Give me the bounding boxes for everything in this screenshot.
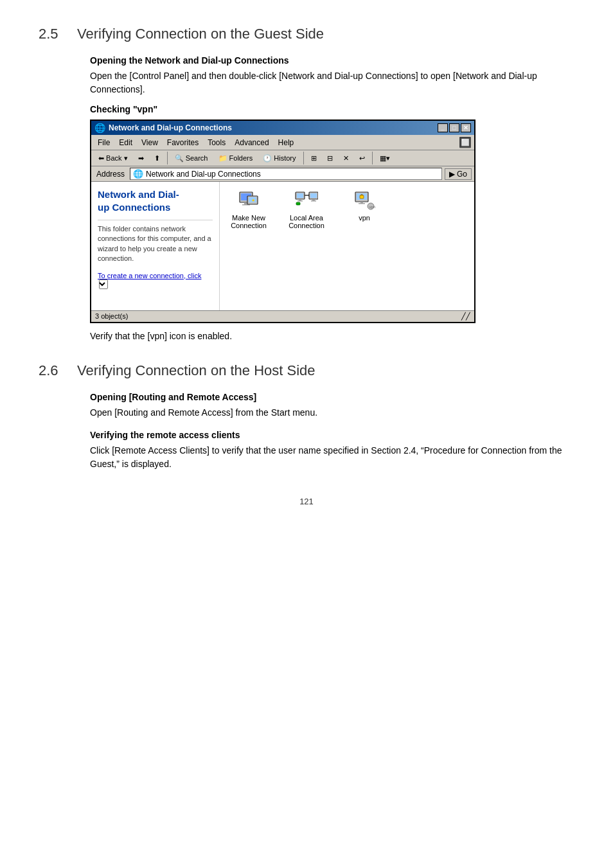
svg-text:vpn: vpn (369, 205, 376, 209)
menu-view[interactable]: View (138, 137, 162, 148)
sidebar-dropdown[interactable]: ▼ (99, 279, 108, 289)
toolbar-separator-1 (167, 152, 168, 164)
subsection-opening-network: Opening the Network and Dial-up Connecti… (90, 55, 574, 343)
section-26-number: 2.6 (39, 362, 64, 379)
svg-rect-15 (312, 199, 315, 200)
svg-text:★: ★ (251, 198, 255, 202)
section-25-title: Verifying Connection on the Guest Side (77, 26, 324, 42)
subsection-verifying-clients-heading: Verifying the remote access clients (90, 430, 574, 440)
window-title: Network and Dial-up Connections (109, 123, 232, 132)
svg-rect-16 (311, 200, 316, 202)
icons-area: ★ Make New Connection (226, 188, 468, 229)
subsection-opening-network-text: Open the [Control Panel] and then double… (90, 69, 574, 96)
back-button[interactable]: ⬅ Back ▾ (94, 152, 132, 164)
delete-button[interactable]: ✕ (339, 152, 353, 164)
forward-button[interactable]: ➡ (134, 152, 148, 164)
vpn-icon-item[interactable]: vpn vpn (342, 188, 387, 229)
menu-help[interactable]: Help (274, 137, 298, 148)
network-dialup-window: 🌐 Network and Dial-up Connections _ □ ✕ … (90, 120, 475, 323)
address-value: Network and Dial-up Connections (146, 170, 261, 179)
views-button[interactable]: ▦▾ (375, 152, 395, 164)
menu-file[interactable]: File (94, 137, 114, 148)
subsection-verifying-clients: Verifying the remote access clients Clic… (90, 430, 574, 471)
svg-rect-22 (360, 195, 364, 199)
close-button[interactable]: ✕ (461, 123, 471, 132)
menu-tools[interactable]: Tools (204, 137, 229, 148)
window-statusbar: 3 object(s) ╱╱ (91, 310, 474, 322)
subsection-opening-routing: Opening [Routing and Remote Access] Open… (90, 392, 574, 420)
titlebar-left: 🌐 Network and Dial-up Connections (94, 123, 232, 133)
subsection-verifying-clients-text: Click [Remote Access Clients] to verify … (90, 444, 574, 471)
svg-rect-21 (359, 203, 365, 204)
search-button[interactable]: 🔍 Search (170, 152, 213, 164)
svg-rect-9 (299, 199, 301, 200)
vpn-label: vpn (359, 214, 370, 222)
svg-rect-8 (297, 193, 303, 198)
subsection-opening-routing-text: Open [Routing and Remote Access] from th… (90, 406, 574, 420)
sidebar-description: This folder contains network connections… (98, 224, 213, 264)
section-26-title: Verifying Connection on the Host Side (77, 362, 315, 379)
minimize-button[interactable]: _ (438, 123, 448, 132)
window-content: Network and Dial-up Connections This fol… (91, 182, 474, 310)
make-new-connection-label: Make New Connection (226, 214, 271, 229)
section-25-header: 2.5 Verifying Connection on the Guest Si… (39, 26, 574, 42)
maximize-button[interactable]: □ (449, 123, 459, 132)
menu-favorites[interactable]: Favorites (163, 137, 202, 148)
history-button[interactable]: 🕐 History (258, 152, 300, 164)
address-input[interactable]: 🌐 Network and Dial-up Connections (130, 168, 442, 180)
verify-vpn-text: Verify that the [vpn] icon is enabled. (90, 330, 574, 343)
window-toolbar: ⬅ Back ▾ ➡ ⬆ 🔍 Search 📁 Folders 🕐 Histor… (91, 150, 474, 166)
window-icon: 🌐 (94, 123, 105, 133)
window-titlebar: 🌐 Network and Dial-up Connections _ □ ✕ (91, 121, 474, 135)
window-controls[interactable]: _ □ ✕ (438, 123, 471, 132)
local-area-connection-icon-item[interactable]: Local Area Connection (284, 188, 329, 229)
toolbar-separator-2 (303, 152, 304, 164)
window-sidebar: Network and Dial-up Connections This fol… (91, 182, 220, 310)
undo-button[interactable]: ↩ (355, 152, 369, 164)
svg-rect-17 (296, 202, 300, 205)
svg-rect-10 (298, 200, 303, 202)
section-25-number: 2.5 (39, 26, 64, 42)
sidebar-title: Network and Dial-up Connections (98, 188, 213, 213)
subsection-opening-network-heading: Opening the Network and Dial-up Connecti… (90, 55, 574, 66)
window-addressbar: Address 🌐 Network and Dial-up Connection… (91, 166, 474, 182)
go-button[interactable]: ▶ Go (445, 168, 472, 180)
vpn-icon: vpn (353, 188, 376, 211)
page-number: 121 (39, 497, 574, 506)
sidebar-divider (98, 220, 213, 220)
svg-rect-20 (360, 202, 363, 203)
paste-button[interactable]: ⊟ (323, 152, 337, 164)
up-button[interactable]: ⬆ (150, 152, 164, 164)
menu-icon-right: 🔲 (459, 136, 472, 148)
address-folder-icon: 🌐 (133, 169, 143, 179)
copy-button[interactable]: ⊞ (306, 152, 321, 164)
create-connection-link[interactable]: To create a new connection, click (98, 272, 201, 279)
checking-vpn-label: Checking "vpn" (90, 104, 574, 114)
window-menubar: File Edit View Favorites Tools Advanced … (91, 135, 474, 150)
folders-button[interactable]: 📁 Folders (214, 152, 258, 164)
subsection-opening-routing-heading: Opening [Routing and Remote Access] (90, 392, 574, 402)
local-area-connection-icon (295, 188, 318, 211)
make-new-connection-icon: ★ (237, 188, 260, 211)
statusbar-text: 3 object(s) (95, 312, 128, 321)
menu-advanced[interactable]: Advanced (231, 137, 272, 148)
toolbar-separator-3 (372, 152, 373, 164)
window-main-area: ★ Make New Connection (220, 182, 474, 310)
svg-rect-14 (310, 193, 317, 198)
section-26-header: 2.6 Verifying Connection on the Host Sid… (39, 362, 574, 379)
make-new-connection-icon-item[interactable]: ★ Make New Connection (226, 188, 271, 229)
statusbar-resize-icon: ╱╱ (461, 312, 470, 321)
address-label: Address (94, 169, 127, 179)
go-icon: ▶ (449, 170, 455, 179)
menu-edit[interactable]: Edit (115, 137, 136, 148)
local-area-connection-label: Local Area Connection (284, 214, 329, 229)
